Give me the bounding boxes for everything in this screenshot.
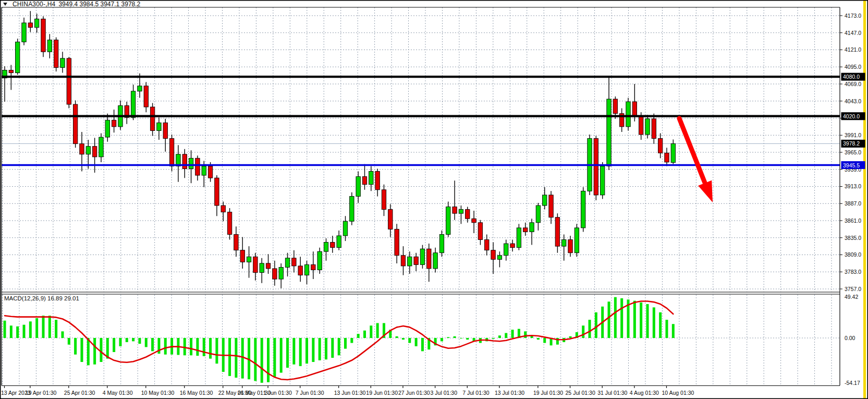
macd-bar bbox=[113, 338, 115, 352]
candle-bull bbox=[408, 257, 412, 266]
macd-bar bbox=[261, 338, 263, 383]
macd-bar bbox=[29, 321, 32, 338]
macd-bar bbox=[665, 320, 668, 338]
price-tick-label: 4173.0 bbox=[845, 13, 861, 19]
time-tick-label: 16 May 01:30 bbox=[180, 390, 213, 396]
macd-bar bbox=[646, 304, 649, 338]
candle-bear bbox=[375, 172, 380, 190]
candle-bull bbox=[626, 102, 630, 127]
candle-bear bbox=[9, 70, 13, 73]
candle-bull bbox=[600, 166, 604, 195]
candle-bull bbox=[504, 244, 508, 256]
candle-bull bbox=[530, 223, 534, 232]
macd-bar bbox=[273, 338, 276, 377]
macd-bar bbox=[267, 338, 270, 382]
macd-bar bbox=[138, 338, 141, 344]
candle-bull bbox=[562, 240, 566, 247]
candle-bear bbox=[523, 228, 528, 232]
time-tick-label: 13 Jul 01:30 bbox=[495, 390, 524, 396]
candle-bull bbox=[157, 123, 161, 130]
edge-stripe bbox=[863, 0, 866, 399]
macd-bar bbox=[151, 338, 154, 351]
macd-bar bbox=[331, 338, 334, 358]
time-tick-label: 4 May 01:30 bbox=[103, 390, 133, 396]
price-badge-label: 4020.0 bbox=[843, 113, 860, 119]
candle-bear bbox=[54, 40, 58, 68]
candle-bear bbox=[67, 58, 71, 104]
candle-bear bbox=[555, 217, 559, 246]
candle-bear bbox=[613, 99, 617, 114]
candle-bear bbox=[331, 243, 335, 248]
candle-bull bbox=[543, 195, 547, 205]
macd-bar bbox=[132, 338, 135, 341]
macd-bar bbox=[10, 325, 13, 338]
macd-bar bbox=[402, 338, 405, 340]
candle-bull bbox=[350, 196, 354, 221]
macd-bar bbox=[55, 320, 57, 338]
candle-bull bbox=[356, 177, 360, 197]
candle-bear bbox=[266, 263, 270, 269]
candle-bull bbox=[645, 119, 650, 135]
candle-bull bbox=[279, 267, 283, 279]
macd-bar bbox=[68, 338, 70, 345]
candle-bull bbox=[420, 249, 424, 264]
macd-bar bbox=[492, 338, 495, 339]
macd-bar bbox=[653, 307, 655, 338]
macd-bar bbox=[466, 338, 469, 340]
ohlc-values: 3949.4 3984.5 3947.1 3978.2 bbox=[58, 1, 140, 8]
candle-bear bbox=[41, 19, 45, 52]
candle-bull bbox=[607, 99, 611, 166]
candle-bear bbox=[112, 120, 116, 127]
price-tick-label: 3809.0 bbox=[845, 251, 861, 258]
macd-bar bbox=[241, 338, 244, 379]
candle-bear bbox=[401, 256, 405, 266]
candle-bear bbox=[144, 86, 148, 107]
time-tick-label: 3 Jul 01:30 bbox=[431, 390, 458, 396]
macd-bar bbox=[319, 338, 321, 360]
candle-bear bbox=[227, 212, 231, 235]
macd-bar bbox=[93, 338, 96, 365]
candle-bull bbox=[34, 19, 39, 27]
chart-canvas[interactable]: 4173.04147.04121.04095.04069.04043.04017… bbox=[0, 0, 868, 399]
macd-bar bbox=[100, 338, 102, 362]
price-tick-label: 3757.0 bbox=[845, 286, 861, 292]
candle-bear bbox=[652, 119, 656, 139]
candle-bear bbox=[273, 269, 277, 279]
symbol-dropdown-icon[interactable] bbox=[3, 3, 7, 6]
time-tick-label: 19 Jul 01:30 bbox=[533, 390, 563, 396]
macd-bar bbox=[582, 325, 584, 338]
macd-bar bbox=[42, 316, 44, 338]
macd-bar bbox=[498, 335, 501, 338]
price-tick-label: 3835.0 bbox=[845, 235, 861, 241]
macd-bar bbox=[505, 333, 507, 338]
candle-bear bbox=[92, 147, 96, 157]
time-tick-label: 10 May 01:30 bbox=[141, 390, 175, 396]
candle-bull bbox=[324, 243, 328, 252]
macd-bar bbox=[254, 338, 256, 381]
candle-bear bbox=[594, 139, 598, 195]
candle-bull bbox=[337, 236, 341, 248]
macd-bar bbox=[447, 337, 449, 338]
candle-bear bbox=[658, 139, 662, 153]
macd-bar bbox=[370, 325, 372, 338]
macd-indicator-label: MACD(12,26,9) 16.89 29.01 bbox=[4, 295, 79, 301]
candle-bull bbox=[105, 120, 109, 137]
macd-bar bbox=[184, 338, 186, 355]
price-tick-label: 3991.0 bbox=[845, 132, 861, 138]
macd-bar bbox=[164, 338, 167, 355]
macd-bar bbox=[415, 338, 418, 346]
candle-bear bbox=[510, 244, 515, 248]
candle-bear bbox=[169, 139, 174, 166]
candle-bear bbox=[362, 177, 366, 185]
candle-bull bbox=[47, 40, 52, 52]
candle-bull bbox=[369, 172, 373, 185]
macd-bar bbox=[87, 338, 90, 365]
candle-bull bbox=[459, 210, 463, 214]
macd-bar bbox=[595, 312, 597, 338]
time-tick-label: 19 Jun 01:30 bbox=[366, 390, 398, 396]
time-tick-label: 7 Jun 01:30 bbox=[296, 390, 324, 396]
candle-bull bbox=[497, 256, 502, 260]
macd-bar bbox=[325, 338, 327, 359]
candle-bear bbox=[195, 158, 200, 175]
price-badge-label: 4080.0 bbox=[843, 74, 860, 80]
